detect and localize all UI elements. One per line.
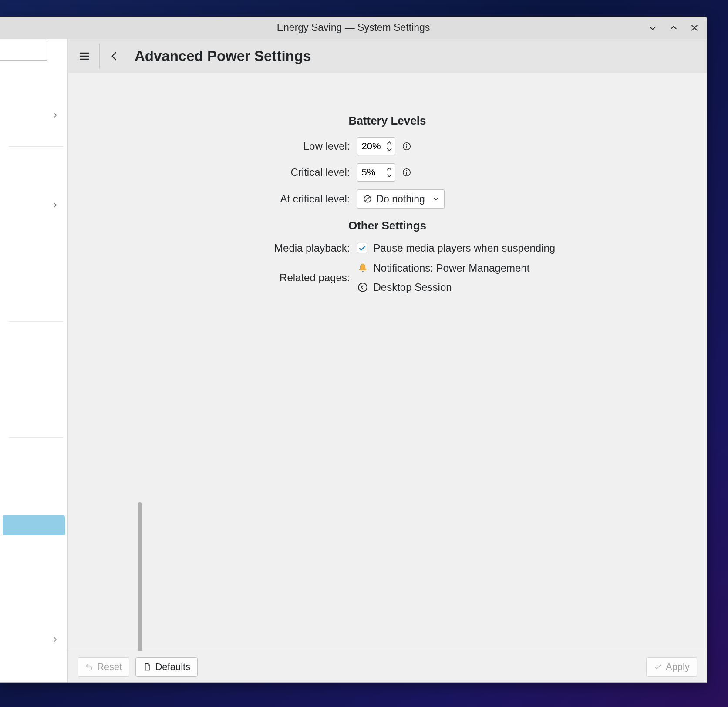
close-button[interactable] (688, 22, 701, 34)
page-header: Advanced Power Settings (68, 39, 707, 73)
spin-up-button[interactable] (386, 140, 392, 146)
apply-button[interactable]: Apply (646, 657, 697, 677)
reset-label: Reset (97, 661, 122, 673)
at-critical-dropdown[interactable]: Do nothing (357, 189, 445, 209)
sidebar-expand-icon[interactable] (50, 635, 60, 644)
svg-rect-5 (406, 172, 407, 175)
window-controls (647, 17, 701, 39)
sidebar-separator (9, 437, 63, 438)
search-input[interactable] (0, 41, 47, 61)
spin-down-button[interactable] (386, 172, 392, 178)
svg-line-7 (365, 197, 370, 202)
at-critical-value: Do nothing (377, 193, 425, 205)
sidebar (0, 39, 68, 682)
prohibit-icon (363, 194, 372, 204)
spin-up-button[interactable] (386, 166, 392, 172)
sidebar-expand-icon[interactable] (50, 111, 60, 120)
chevron-up-icon (669, 23, 678, 33)
defaults-button[interactable]: Defaults (135, 657, 198, 677)
sidebar-scrollbar[interactable] (138, 502, 142, 651)
at-critical-label: At critical level: (192, 193, 357, 205)
close-icon (690, 23, 699, 33)
sidebar-separator (9, 146, 63, 147)
hamburger-icon (78, 50, 91, 62)
bell-icon (357, 263, 368, 274)
link-desktop-session[interactable]: Desktop Session (357, 281, 452, 293)
logout-icon (357, 282, 368, 293)
minimize-button[interactable] (647, 22, 659, 34)
document-reset-icon (143, 663, 152, 671)
footer: Reset Defaults Apply (68, 651, 707, 682)
link-notifications-label: Notifications: Power Management (374, 262, 530, 274)
row-media-playback: Media playback: Pause media players when… (192, 242, 583, 254)
low-level-input[interactable] (357, 141, 384, 152)
link-session-label: Desktop Session (374, 281, 452, 293)
settings-form: Battery Levels Low level: (192, 104, 583, 651)
maximize-button[interactable] (667, 22, 680, 34)
media-playback-label: Media playback: (192, 242, 357, 254)
section-heading-other: Other Settings (192, 219, 583, 232)
row-at-critical: At critical level: Do nothing (192, 189, 583, 209)
row-critical-level: Critical level: (192, 163, 583, 182)
window-title: Energy Saving — System Settings (277, 22, 430, 34)
chevron-down-icon (432, 195, 440, 203)
info-icon[interactable] (401, 141, 412, 152)
page-title: Advanced Power Settings (135, 48, 311, 64)
titlebar: Energy Saving — System Settings (0, 17, 707, 39)
svg-point-8 (358, 283, 367, 292)
hamburger-button[interactable] (74, 46, 95, 67)
back-button[interactable] (104, 46, 125, 67)
defaults-label: Defaults (155, 661, 190, 673)
media-pause-checkbox[interactable] (357, 243, 367, 253)
window-body: Advanced Power Settings Battery Levels L… (0, 39, 707, 682)
chevron-down-icon (648, 23, 657, 33)
section-heading-battery: Battery Levels (192, 114, 583, 128)
link-notifications[interactable]: Notifications: Power Management (357, 262, 530, 274)
undo-icon (85, 663, 94, 671)
main-panel: Advanced Power Settings Battery Levels L… (68, 39, 707, 682)
sidebar-item-selected[interactable] (3, 515, 65, 535)
sidebar-separator (9, 321, 63, 322)
check-icon (654, 663, 662, 671)
sidebar-expand-icon[interactable] (50, 200, 60, 210)
spin-down-button[interactable] (386, 146, 392, 152)
svg-point-4 (406, 170, 407, 171)
low-level-label: Low level: (192, 140, 357, 152)
related-pages-label: Related pages: (192, 272, 357, 284)
header-divider (99, 44, 100, 69)
row-related-pages: Related pages: Notifications: Power Mana… (192, 262, 583, 293)
critical-level-label: Critical level: (192, 166, 357, 178)
critical-level-input[interactable] (357, 167, 384, 178)
apply-label: Apply (666, 661, 690, 673)
media-pause-label: Pause media players when suspending (374, 242, 556, 254)
low-level-spinbox[interactable] (357, 137, 395, 155)
settings-window: Energy Saving — System Settings (0, 17, 707, 683)
content-area: Battery Levels Low level: (68, 73, 707, 651)
row-low-level: Low level: (192, 137, 583, 155)
svg-point-1 (406, 144, 407, 145)
reset-button[interactable]: Reset (78, 657, 129, 677)
critical-level-spinbox[interactable] (357, 163, 395, 182)
svg-rect-2 (406, 146, 407, 148)
chevron-left-icon (109, 50, 120, 62)
info-icon[interactable] (401, 167, 412, 178)
check-icon (358, 244, 367, 252)
